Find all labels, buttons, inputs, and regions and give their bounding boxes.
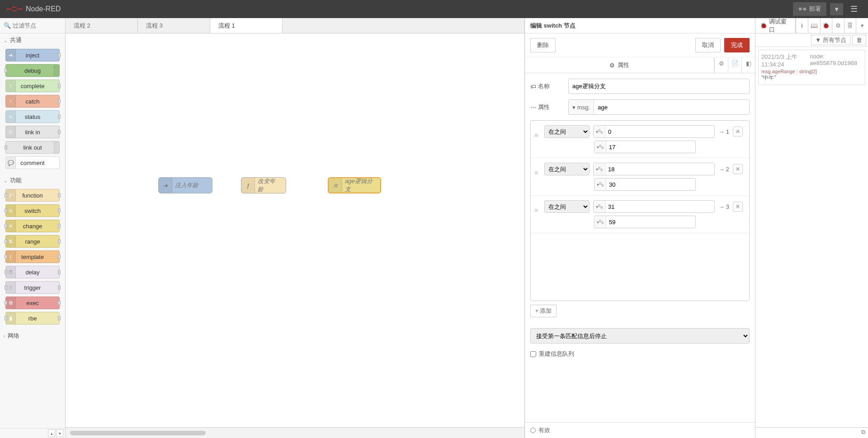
tray-tab-properties[interactable]: ⚙ 属性 [525,57,714,73]
main-menu-button[interactable]: ☰ [847,2,861,16]
rule-operator-select[interactable]: 在之间 [544,200,590,213]
palette-node-rbe[interactable]: ▮rbe [5,312,60,325]
app-title: Node-RED [26,5,61,13]
tab-flow1[interactable]: 流程 1 [210,18,283,33]
function-icon: ƒ [6,189,16,201]
sidebar-tab-menu[interactable]: ▾ [856,18,868,33]
rule-operator-select[interactable]: 在之间 [544,163,590,175]
rule-value2-input[interactable] [606,179,695,190]
horizontal-scrollbar[interactable] [70,431,206,435]
ellipsis-icon: ⋯ [530,104,536,111]
canvas[interactable]: ➜ 注入年龄 ƒ 改变年龄 ⤭ age逻辑分支 [66,33,524,427]
debug-message[interactable]: 2021/1/3 上午11:34:24 node: ae855879.0d196… [758,50,865,85]
canvas-node-switch[interactable]: ⤭ age逻辑分支 [328,177,381,193]
drag-handle-icon[interactable]: ≡ [534,169,538,176]
property-type-selector[interactable]: ▾ msg. [569,100,594,114]
pulse-icon: ∿ [6,111,16,122]
palette-expand-button[interactable]: ▾ [56,429,63,437]
palette-node-linkin[interactable]: ⎘link in [5,126,60,138]
debug-msg-value: "中年" [761,74,862,82]
sidebar-tab-debug[interactable]: 🐞 调试窗口 [755,18,796,33]
palette-node-switch[interactable]: ⤭switch [5,204,60,217]
sidebar-tab-debug2[interactable]: 🐞 [820,18,832,33]
done-button[interactable]: 完成 [724,38,750,52]
tab-flow2[interactable]: 流程 2 [66,18,138,33]
cancel-button[interactable]: 取消 [695,38,721,52]
rule-value2-input[interactable] [606,141,695,153]
palette-search-input[interactable] [13,22,61,29]
canvas-node-function[interactable]: ƒ 改变年龄 [241,177,286,193]
category-network[interactable]: › 网络 [0,329,65,343]
rule-value2-input[interactable] [606,216,695,228]
sidebar-tab-config[interactable]: ⚙ [832,18,844,33]
palette-node-debug[interactable]: debug [5,64,60,77]
drag-handle-icon[interactable]: ≡ [534,132,538,139]
property-input[interactable] [594,100,749,114]
chevron-down-icon: ⌄ [4,38,7,43]
canvas-node-inject[interactable]: ➜ 注入年龄 [158,177,212,193]
rule-value1-input[interactable] [605,163,714,175]
switch-icon: ⤭ [329,178,342,193]
enabled-toggle[interactable] [530,428,536,433]
repair-checkbox[interactable] [530,351,536,357]
tray-tab-settings[interactable]: ⚙ [714,57,728,73]
palette-node-delay[interactable]: ⏱delay [5,266,60,278]
value-type-button[interactable]: ▾⁰₉ [594,179,606,190]
arrow-right-icon: ➜ [159,178,172,193]
name-input[interactable] [568,79,750,94]
canvas-footer [66,427,524,438]
rule-value1-input[interactable] [605,126,714,137]
drag-handle-icon[interactable]: ≡ [534,207,538,214]
repair-label: 重建信息队列 [539,350,574,358]
gear-icon: ⚙ [6,297,16,309]
add-rule-button[interactable]: + 添加 [530,305,557,317]
popout-icon[interactable]: ⧉ [861,429,865,437]
sidebar-tab-help[interactable]: 📖 [808,18,820,33]
palette-node-linkout[interactable]: link out [5,141,60,154]
category-function[interactable]: ⌄ 功能 [0,174,65,187]
function-icon: ƒ [241,178,255,193]
deploy-button[interactable]: 部署 [793,2,826,16]
rbe-icon: ▮ [6,312,16,324]
value-type-button[interactable]: ▾⁰₉ [594,201,605,212]
svg-rect-3 [803,8,806,10]
rule-delete-button[interactable]: ✕ [733,202,743,212]
deploy-menu-caret[interactable]: ▼ [830,3,843,15]
debug-filter-button[interactable]: ▼ 所有节点 [811,35,850,45]
bang-icon: ! [6,95,16,107]
svg-rect-2 [799,8,802,10]
palette-node-exec[interactable]: ⚙exec [5,297,60,309]
checkall-select[interactable]: 接受第一条匹配信息后停止 [530,328,750,344]
tab-flow3[interactable]: 流程 3 [138,18,210,33]
value-type-button[interactable]: ▾⁰₉ [594,216,606,228]
palette-node-status[interactable]: ∿status [5,110,60,123]
palette-collapse-button[interactable]: ▴ [48,429,55,437]
value-type-button[interactable]: ▾⁰₉ [594,141,606,153]
rule-delete-button[interactable]: ✕ [733,127,743,137]
switch-icon: ⤭ [6,205,16,217]
palette-node-complete[interactable]: !complete [5,80,60,92]
palette-node-comment[interactable]: 💬comment [5,156,60,169]
rule-operator-select[interactable]: 在之间 [544,125,590,138]
svg-point-0 [7,8,9,10]
palette-node-function[interactable]: ƒfunction [5,189,60,202]
palette-node-change[interactable]: ✕change [5,220,60,232]
value-type-button[interactable]: ▾⁰₉ [594,126,605,137]
palette-node-template[interactable]: {template [5,250,60,263]
rule-delete-button[interactable]: ✕ [733,164,743,174]
palette-node-inject[interactable]: ➜inject [5,49,60,61]
value-type-button[interactable]: ▾⁰₉ [594,163,605,175]
tray-title: 编辑 switch 节点 [525,18,755,33]
sidebar-tab-context[interactable]: 🗄 [844,18,856,33]
sidebar-tab-info[interactable]: i [796,18,808,33]
tray-footer: 有效 [525,422,755,438]
debug-clear-button[interactable]: 🗑 [852,35,866,45]
palette-node-range[interactable]: ⇅range [5,235,60,248]
tray-tab-appearance[interactable]: ◧ [741,57,755,73]
delete-button[interactable]: 删除 [530,38,556,52]
tray-tab-description[interactable]: 📄 [728,57,741,73]
category-common[interactable]: ⌄ 共通 [0,33,65,47]
palette-node-catch[interactable]: !catch [5,95,60,108]
rule-value1-input[interactable] [605,201,714,212]
palette-node-trigger[interactable]: ⎍trigger [5,281,60,294]
